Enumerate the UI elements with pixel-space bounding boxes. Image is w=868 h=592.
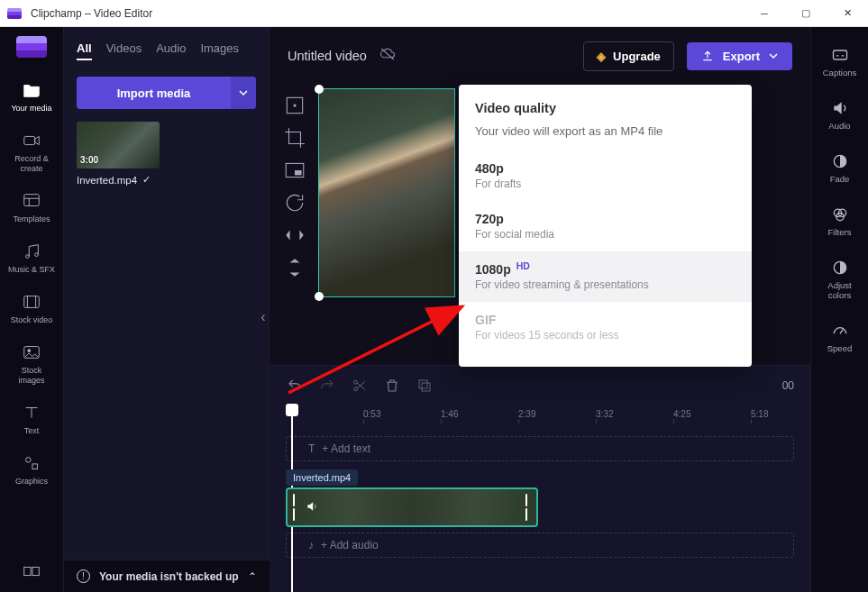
close-button[interactable]: ✕: [827, 0, 868, 27]
editor-area: Untitled video ◈ Upgrade Export: [270, 27, 810, 592]
svg-rect-15: [295, 170, 302, 175]
media-tabs: All Videos Audio Images: [77, 38, 256, 69]
sidebar-item-stock-images[interactable]: Stock images: [0, 335, 63, 393]
project-title[interactable]: Untitled video: [288, 49, 367, 63]
text-icon: [22, 403, 41, 423]
sidebar-item-templates[interactable]: Templates: [0, 184, 63, 232]
minimize-button[interactable]: ─: [744, 0, 785, 27]
tab-videos[interactable]: Videos: [106, 41, 142, 60]
svg-rect-20: [422, 383, 430, 391]
fit-icon[interactable]: [283, 94, 306, 117]
export-quality-panel: Video quality Your video will export as …: [459, 85, 752, 367]
flip-h-icon[interactable]: [283, 223, 306, 247]
rsb-fade[interactable]: Fade: [811, 144, 868, 192]
video-clip[interactable]: [286, 487, 538, 527]
window-titlebar: Clipchamp – Video Editor ─ ▢ ✕: [0, 0, 868, 27]
music-icon: ♪: [308, 539, 314, 551]
export-panel-heading: Video quality: [475, 101, 736, 115]
camera-icon: [22, 131, 41, 150]
rsb-adjust-colors[interactable]: Adjust colors: [811, 250, 868, 308]
sidebar-item-stock-video[interactable]: Stock video: [0, 285, 63, 332]
svg-rect-8: [32, 464, 37, 469]
right-sidebar: Captions Audio Fade Filters Adjust color…: [810, 27, 868, 592]
text-track[interactable]: T + Add text: [286, 436, 794, 461]
collapse-panel-button[interactable]: [257, 297, 270, 337]
svg-point-17: [354, 380, 358, 384]
chevron-up-icon: ⌃: [248, 570, 257, 583]
templates-icon: [22, 191, 41, 211]
chevron-down-icon: [769, 51, 778, 60]
info-icon: !: [77, 569, 90, 583]
tab-all[interactable]: All: [77, 41, 92, 60]
rsb-audio[interactable]: Audio: [811, 91, 868, 139]
tab-images[interactable]: Images: [200, 41, 239, 60]
logo-icon[interactable]: [16, 36, 47, 58]
svg-point-3: [35, 253, 39, 257]
timeline: 00 0:53 1:46 2:39 3:32 4:25 5:18 T + Add…: [270, 365, 810, 592]
export-option-720p[interactable]: 720p For social media: [459, 201, 752, 251]
fade-icon: [831, 152, 849, 170]
svg-point-6: [28, 350, 31, 352]
chevron-down-icon: [239, 88, 248, 97]
rsb-captions[interactable]: Captions: [811, 38, 868, 86]
sidebar-item-record[interactable]: Record & create: [0, 123, 63, 181]
upload-icon: [701, 50, 714, 62]
speaker-icon[interactable]: [306, 500, 318, 515]
import-media-button[interactable]: Import media: [77, 77, 256, 109]
playhead[interactable]: [286, 404, 298, 416]
cloud-off-icon[interactable]: [379, 48, 396, 64]
sidebar-item-your-media[interactable]: Your media: [0, 73, 63, 121]
tab-audio[interactable]: Audio: [156, 41, 186, 60]
contrast-icon: [831, 259, 849, 277]
export-panel-sub: Your video will export as an MP4 file: [475, 124, 736, 138]
svg-rect-10: [32, 567, 39, 575]
export-button[interactable]: Export: [687, 42, 792, 70]
svg-rect-4: [24, 296, 40, 308]
timeline-time: 00: [782, 379, 794, 392]
split-button[interactable]: [351, 377, 369, 395]
svg-rect-21: [833, 50, 846, 59]
filters-icon: [831, 205, 849, 223]
sidebar-item-transitions[interactable]: [0, 554, 63, 592]
video-preview[interactable]: [318, 88, 455, 297]
transition-icon: [22, 561, 41, 581]
export-option-gif[interactable]: GIF For videos 15 seconds or less: [459, 302, 752, 352]
left-sidebar: Your media Record & create Templates Mus…: [0, 27, 64, 592]
import-dropdown-button[interactable]: [231, 77, 256, 109]
sidebar-item-text[interactable]: Text: [0, 396, 63, 443]
svg-rect-19: [419, 380, 427, 388]
music-icon: [22, 241, 41, 261]
undo-button[interactable]: [286, 377, 304, 395]
export-option-1080p[interactable]: 1080pHD For video streaming & presentati…: [459, 251, 752, 302]
media-thumbnail[interactable]: 3:00: [77, 122, 160, 168]
speaker-icon: [831, 99, 849, 117]
svg-rect-1: [24, 195, 40, 206]
flip-v-icon[interactable]: [283, 256, 306, 279]
media-panel: All Videos Audio Images Import media 3:0…: [64, 27, 270, 560]
sidebar-item-music[interactable]: Music & SFX: [0, 234, 63, 282]
sidebar-item-graphics[interactable]: Graphics: [0, 446, 63, 494]
redo-button[interactable]: [318, 377, 336, 395]
folder-icon: [22, 80, 41, 100]
duplicate-button[interactable]: [416, 377, 434, 395]
rotate-icon[interactable]: [283, 191, 306, 214]
crop-icon[interactable]: [283, 126, 306, 150]
export-option-480p[interactable]: 480p For drafts: [459, 150, 752, 201]
svg-rect-0: [24, 136, 35, 144]
maximize-button[interactable]: ▢: [785, 0, 827, 27]
rsb-filters[interactable]: Filters: [811, 197, 868, 245]
upgrade-button[interactable]: ◈ Upgrade: [583, 41, 674, 71]
timeline-ruler[interactable]: 0:53 1:46 2:39 3:32 4:25 5:18: [286, 404, 794, 431]
svg-point-2: [26, 255, 30, 259]
svg-point-18: [354, 387, 358, 391]
delete-button[interactable]: [383, 377, 401, 395]
media-filename: Inverted.mp4 ✓: [77, 174, 256, 186]
audio-track[interactable]: ♪ + Add audio: [286, 533, 794, 558]
film-icon: [22, 292, 41, 312]
rsb-speed[interactable]: Speed: [811, 314, 868, 361]
speed-icon: [831, 322, 849, 340]
pip-icon[interactable]: [283, 159, 306, 182]
captions-icon: [831, 46, 849, 64]
svg-rect-9: [24, 567, 31, 575]
preview-toolbar: [280, 88, 309, 358]
